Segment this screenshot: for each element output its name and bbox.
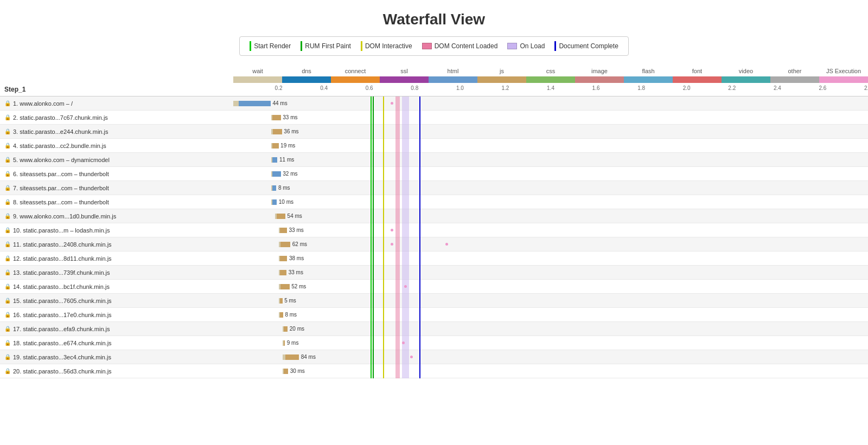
bar-wait-segment bbox=[279, 298, 280, 304]
type-color-css bbox=[526, 76, 575, 83]
duration-label: 10 ms bbox=[279, 199, 293, 205]
duration-label: 33 ms bbox=[289, 227, 304, 233]
type-label-ssl: ssl bbox=[380, 66, 429, 76]
duration-label: 19 ms bbox=[280, 143, 295, 149]
legend-item-start-render: Start Render bbox=[250, 41, 291, 51]
dom-content-loaded-swatch bbox=[422, 43, 432, 49]
bar-segment bbox=[271, 115, 281, 120]
marker-line bbox=[371, 308, 372, 322]
table-row: 🔒14. static.parasto...bc1f.chunk.min.js5… bbox=[0, 280, 868, 294]
bar-wait-segment bbox=[279, 270, 280, 275]
step-label-header: Step_1 bbox=[0, 83, 233, 96]
table-row: 🔒13. static.parasto...739f.chunk.min.js3… bbox=[0, 266, 868, 280]
resource-label[interactable]: 🔒17. static.parasto...efa9.chunk.min.js bbox=[0, 326, 233, 332]
marker-line bbox=[395, 308, 400, 322]
marker-line bbox=[371, 209, 372, 223]
marker-line bbox=[402, 294, 409, 308]
colors-row bbox=[233, 76, 868, 83]
table-row: 🔒1. www.alonko.com – /44 ms bbox=[0, 96, 868, 111]
marker-line bbox=[383, 237, 384, 251]
marker-line bbox=[383, 266, 384, 280]
marker-line bbox=[383, 294, 384, 308]
marker-line bbox=[373, 195, 374, 209]
waterfall-bar-area: 36 ms bbox=[233, 125, 868, 139]
bar-segment bbox=[279, 242, 291, 247]
marker-line bbox=[402, 96, 409, 111]
type-label-wait: wait bbox=[233, 66, 282, 76]
resource-label[interactable]: 🔒3. static.parasto...e244.chunk.min.js bbox=[0, 128, 233, 135]
resource-label[interactable]: 🔒8. siteassets.par...com – thunderbolt bbox=[0, 199, 233, 205]
marker-line bbox=[373, 308, 374, 322]
resource-label[interactable]: 🔒6. siteassets.par...com – thunderbolt bbox=[0, 171, 233, 177]
legend-item-on-load: On Load bbox=[507, 42, 545, 50]
marker-line bbox=[373, 294, 374, 308]
bar-wait-segment bbox=[279, 312, 280, 318]
resource-rows: 🔒1. www.alonko.com – /44 ms🔒2. static.pa… bbox=[0, 96, 868, 378]
lock-icon: 🔒 bbox=[4, 326, 11, 332]
start-render-label: Start Render bbox=[254, 42, 291, 50]
marker-line bbox=[395, 364, 400, 378]
lock-icon: 🔒 bbox=[4, 269, 11, 275]
marker-line bbox=[383, 209, 384, 223]
resource-label[interactable]: 🔒1. www.alonko.com – / bbox=[0, 100, 233, 107]
resource-label[interactable]: 🔒20. static.parasto...56d3.chunk.min.js bbox=[0, 368, 233, 375]
resource-label[interactable]: 🔒4. static.parasto...cc2.bundle.min.js bbox=[0, 143, 233, 149]
resource-label[interactable]: 🔒19. static.parasto...3ec4.chunk.min.js bbox=[0, 354, 233, 360]
type-color-flash bbox=[624, 76, 673, 83]
lock-icon: 🔒 bbox=[4, 227, 11, 233]
resource-label[interactable]: 🔒5. www.alonko.com – dynamicmodel bbox=[0, 157, 233, 163]
scale-tick-0.4: 0.4 bbox=[320, 85, 328, 91]
duration-label: 54 ms bbox=[288, 213, 302, 219]
marker-line bbox=[373, 364, 374, 378]
marker-line bbox=[395, 336, 400, 350]
marker-line bbox=[419, 336, 420, 350]
lock-icon: 🔒 bbox=[4, 128, 11, 134]
marker-line bbox=[402, 237, 409, 251]
resource-label[interactable]: 🔒11. static.parasto...2408.chunk.min.js bbox=[0, 241, 233, 248]
table-row: 🔒19. static.parasto...3ec4.chunk.min.js8… bbox=[0, 350, 868, 364]
marker-line bbox=[383, 336, 384, 350]
resource-label[interactable]: 🔒14. static.parasto...bc1f.chunk.min.js bbox=[0, 283, 233, 290]
resource-label[interactable]: 🔒15. static.parasto...7605.chunk.min.js bbox=[0, 298, 233, 304]
bar-segment bbox=[279, 256, 288, 261]
resource-label[interactable]: 🔒12. static.parasto...8d11.chunk.min.js bbox=[0, 255, 233, 262]
resource-label[interactable]: 🔒9. www.alonko.com...1d0.bundle.min.js bbox=[0, 213, 233, 220]
scale-tick-1: 1.0 bbox=[456, 85, 464, 91]
resource-url: 3. static.parasto...e244.chunk.min.js bbox=[13, 128, 108, 135]
scale-tick-1.2: 1.2 bbox=[501, 85, 509, 91]
type-label-js: js bbox=[477, 66, 526, 76]
resource-label[interactable]: 🔒2. static.parasto...7c67.chunk.min.js bbox=[0, 114, 233, 121]
lock-icon: 🔒 bbox=[4, 143, 11, 149]
marker-line bbox=[383, 96, 384, 111]
resource-label[interactable]: 🔒18. static.parasto...e674.chunk.min.js bbox=[0, 340, 233, 346]
bar-wait-segment bbox=[271, 115, 273, 120]
waterfall-bar-area: 84 ms bbox=[233, 350, 868, 364]
resource-label[interactable]: 🔒10. static.parasto...m – lodash.min.js bbox=[0, 227, 233, 234]
marker-line bbox=[383, 364, 384, 378]
resource-label[interactable]: 🔒16. static.parasto...17e0.chunk.min.js bbox=[0, 312, 233, 318]
resource-url: 7. siteassets.par...com – thunderbolt bbox=[13, 185, 109, 191]
marker-line bbox=[395, 294, 400, 308]
marker-line bbox=[371, 111, 372, 125]
waterfall-bar-area: 54 ms bbox=[233, 209, 868, 223]
lock-icon: 🔒 bbox=[4, 312, 11, 318]
duration-label: 5 ms bbox=[284, 298, 296, 304]
resource-label[interactable]: 🔒7. siteassets.par...com – thunderbolt bbox=[0, 185, 233, 191]
resource-url: 2. static.parasto...7c67.chunk.min.js bbox=[13, 114, 108, 121]
resource-url: 4. static.parasto...cc2.bundle.min.js bbox=[13, 143, 106, 149]
marker-line bbox=[402, 125, 409, 139]
marker-line bbox=[419, 237, 420, 251]
duration-label: 9 ms bbox=[287, 340, 299, 346]
bar-segment bbox=[271, 129, 282, 134]
lock-icon: 🔒 bbox=[4, 100, 11, 106]
table-row: 🔒18. static.parasto...e674.chunk.min.js9… bbox=[0, 336, 868, 350]
waterfall-bar-area: 32 ms bbox=[233, 167, 868, 181]
lock-icon: 🔒 bbox=[4, 185, 11, 191]
waterfall-bar-area: 38 ms bbox=[233, 251, 868, 266]
bar-wait-segment bbox=[283, 354, 285, 360]
marker-line bbox=[419, 266, 420, 280]
lock-icon: 🔒 bbox=[4, 114, 11, 120]
marker-line bbox=[395, 195, 400, 209]
marker-line bbox=[371, 336, 372, 350]
resource-label[interactable]: 🔒13. static.parasto...739f.chunk.min.js bbox=[0, 269, 233, 276]
